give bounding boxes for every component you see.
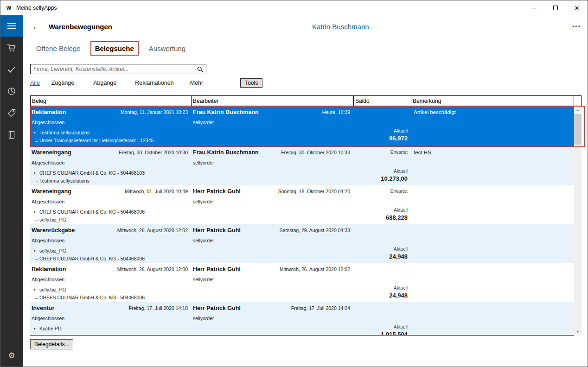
saldo-value: 24,948 <box>389 292 408 299</box>
header-scrollbar-spacer <box>574 96 581 106</box>
table-row[interactable]: Wareneingang Freitag, 30. Oktober 2020 1… <box>30 146 574 185</box>
app-logo-icon: W <box>5 4 13 12</box>
table-row[interactable]: Reklamation Montag, 11. Januar 2021 10:2… <box>30 106 574 146</box>
table-row[interactable]: Warenrückgabe Mittwoch, 26. August 2020 … <box>30 224 574 263</box>
beleg-target: Unser Trainingslieferant Ihr Lieblingsli… <box>39 138 153 143</box>
tools-button[interactable]: Tools <box>240 78 262 88</box>
window-controls: ✕ <box>524 0 588 15</box>
tab-auswertung[interactable]: Auswertung <box>149 42 185 55</box>
beleg-target: CHEFS CULINAR GmbH & Co. KG - 504468006 <box>39 256 145 261</box>
arrow-right-icon: → <box>34 217 39 222</box>
main-content: ← Warenbewegungen Katrin Buschmann ... O… <box>23 15 588 367</box>
column-header-beleg[interactable]: Beleg <box>31 96 192 106</box>
user-name[interactable]: Katrin Buschmann <box>312 23 369 31</box>
close-button[interactable]: ✕ <box>566 0 588 15</box>
beleg-source: CHEFS CULINAR GmbH & Co. KG - 504468103 <box>39 170 145 176</box>
book-icon <box>7 130 16 139</box>
minimize-button[interactable] <box>524 0 545 15</box>
tag-icon <box>7 108 16 118</box>
beleg-type: Wareneingang <box>32 188 71 195</box>
saldo-cell: Erwartet Aktuell 688,228 <box>354 185 411 224</box>
bearbeiter-cell: Frau Katrin Buschmann Heute, 10:39 selly… <box>192 106 354 146</box>
maximize-button[interactable] <box>545 0 566 15</box>
bearbeiter-cell: Herr Patrick Guhl Samstag, 29. August 20… <box>192 224 354 263</box>
back-button[interactable]: ← <box>32 21 41 32</box>
scroll-up-icon[interactable]: ▲ <box>574 106 582 114</box>
column-header-saldo[interactable]: Saldo <box>354 96 411 106</box>
more-menu-button[interactable]: ... <box>572 20 581 29</box>
saldo-aktuell-label: Aktuell <box>394 208 408 213</box>
bemerkung-cell: test HS <box>411 146 574 185</box>
table-header: Beleg Bearbeiter Saldo Bemerkung <box>30 95 582 106</box>
column-header-bearbeiter[interactable]: Bearbeiter <box>192 96 354 106</box>
arrow-right-icon: → <box>34 178 39 184</box>
bearbeiter-cell: Herr Patrick Guhl Freitag, 17. Juli 2020… <box>192 302 354 335</box>
table-row[interactable]: Wareneingang Mittwoch, 01. Juli 2020 10:… <box>30 185 574 224</box>
scrollbar-thumb[interactable] <box>574 114 582 145</box>
beleg-status: Abgeschlossen <box>32 199 64 204</box>
bullet-icon: • <box>34 170 39 176</box>
sidebar-item-journal[interactable] <box>0 124 23 146</box>
beleg-source: selly.biz_PG <box>39 287 66 292</box>
beleg-source: CHEFS CULINAR GmbH & Co. KG - 504468006 <box>39 209 145 215</box>
filter-alle[interactable]: Alle <box>30 80 40 86</box>
beleg-date: Montag, 11. Januar 2021 10:23 <box>121 109 188 115</box>
beleg-cell: Reklamation Montag, 11. Januar 2021 10:2… <box>30 106 192 146</box>
beleg-date: Mittwoch, 26. August 2020 12:00 <box>117 266 188 272</box>
beleg-cell: Wareneingang Mittwoch, 01. Juli 2020 10:… <box>30 185 192 224</box>
beleg-type: Reklamation <box>32 109 66 115</box>
column-header-bemerkung[interactable]: Bemerkung <box>411 96 574 106</box>
search-input[interactable] <box>33 66 195 72</box>
bearbeiter-app: sellyorder <box>193 160 214 165</box>
bearbeiter-name: Herr Patrick Guhl <box>193 227 241 234</box>
sidebar-item-prices[interactable] <box>0 102 23 124</box>
table-row[interactable]: Reklamation Mittwoch, 26. August 2020 12… <box>30 263 574 302</box>
saldo-value: 24,948 <box>389 253 408 260</box>
filter-abgaenge[interactable]: Abgänge <box>93 80 116 86</box>
tab-belegsuche[interactable]: Belegsuche <box>90 41 139 56</box>
beleg-date: Mittwoch, 01. Juli 2020 10:49 <box>125 189 188 194</box>
saldo-aktuell-label: Aktuell <box>394 324 408 329</box>
bearbeiter-app: sellyorder <box>193 120 214 125</box>
sidebar-item-reports[interactable] <box>0 80 23 102</box>
hamburger-menu-button[interactable] <box>0 15 23 37</box>
filter-reklamationen[interactable]: Reklamationen <box>135 80 173 86</box>
page-title: Warenbewegungen <box>49 23 112 31</box>
sidebar-item-orders[interactable] <box>0 37 23 58</box>
saldo-aktuell-label: Aktuell <box>394 128 408 133</box>
filter-bar: Alle Zugänge Abgänge Reklamationen Mehr … <box>30 78 262 88</box>
pie-chart-icon <box>7 87 16 96</box>
beleg-type: Warenrückgabe <box>32 227 75 234</box>
filter-mehr[interactable]: Mehr <box>190 80 203 86</box>
tab-offene-belege[interactable]: Offene Belege <box>36 42 81 55</box>
saldo-cell: Erwartet Aktuell 10.273,00 <box>354 146 411 185</box>
vertical-scrollbar[interactable]: ▲ ▼ <box>574 106 582 335</box>
bemerkung-cell <box>411 263 574 302</box>
titlebar: W Meine sellyApps ✕ <box>0 0 588 15</box>
arrow-right-icon: → <box>34 295 39 300</box>
search-bar <box>30 64 206 74</box>
table-body: Reklamation Montag, 11. Januar 2021 10:2… <box>30 106 574 335</box>
beleg-status: Abgeschlossen <box>32 120 64 125</box>
saldo-cell: Aktuell 96,972 <box>354 106 411 146</box>
bearbeiter-date: Mittwoch, 26. August 2020 12:02 <box>280 266 350 272</box>
scroll-down-icon[interactable]: ▼ <box>574 328 582 335</box>
beleg-status: Abgeschlossen <box>32 238 64 243</box>
beleg-source: selly.biz_PG <box>39 248 66 253</box>
arrow-right-icon: → <box>34 256 39 261</box>
belegdetails-button[interactable]: Belegdetails... <box>30 339 73 349</box>
page-header: ← Warenbewegungen Katrin Buschmann ... <box>23 15 588 38</box>
beleg-date: Freitag, 30. Oktober 2020 10:30 <box>119 150 188 155</box>
beleg-cell: Wareneingang Freitag, 30. Oktober 2020 1… <box>30 146 192 185</box>
search-icon[interactable] <box>197 66 203 72</box>
gear-icon: ⚙ <box>8 351 15 361</box>
table-row[interactable]: Inventur Freitag, 17. Juli 2020 14:18 Ab… <box>30 302 574 335</box>
sidebar-item-movements[interactable] <box>0 58 23 80</box>
bearbeiter-cell: Herr Patrick Guhl Mittwoch, 26. August 2… <box>192 263 354 302</box>
bearbeiter-app: sellyorder <box>193 316 214 321</box>
bullet-icon: • <box>34 248 39 253</box>
bearbeiter-name: Frau Katrin Buschmann <box>193 109 259 115</box>
bullet-icon: • <box>34 287 39 292</box>
settings-button[interactable]: ⚙ <box>0 344 23 367</box>
filter-zugaenge[interactable]: Zugänge <box>51 80 74 86</box>
